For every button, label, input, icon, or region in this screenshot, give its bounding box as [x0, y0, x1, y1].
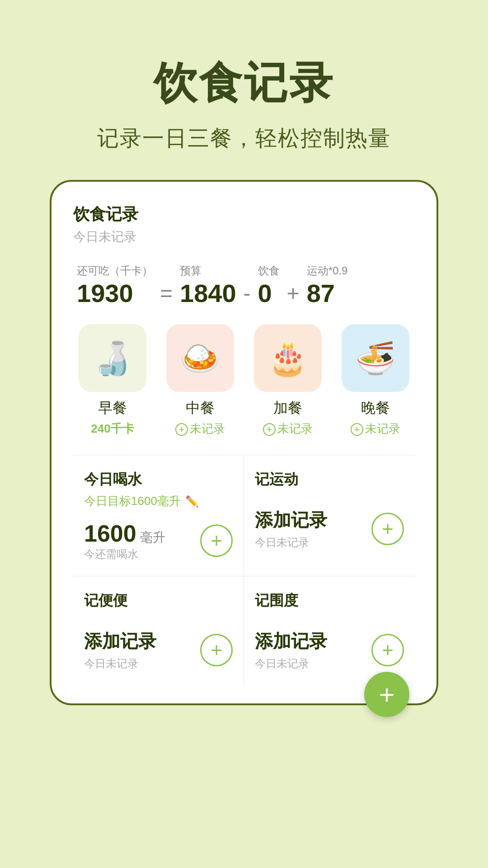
water-sublabel: 今还需喝水: [84, 547, 165, 561]
meal-dinner[interactable]: 🍜 晚餐 +未记录: [336, 324, 415, 437]
dinner-icon-box: 🍜: [342, 324, 409, 392]
lunch-unrecorded: +未记录: [175, 421, 225, 437]
water-value: 1600 毫升: [84, 520, 165, 547]
stool-add-label: 添加记录: [84, 629, 156, 654]
page-title: 饮食记录: [154, 54, 334, 113]
bottom-grid: 今日喝水 今日目标1600毫升 ✏️ 1600 毫升 今还需喝水 + 记运动: [73, 455, 415, 685]
exercise-add-label: 添加记录: [255, 508, 327, 533]
add-stool-button[interactable]: +: [200, 634, 233, 666]
exercise-cell: 记运动 添加记录 今日未记录 +: [244, 455, 415, 576]
stool-cell: 记便便 添加记录 今日未记录 +: [73, 576, 244, 685]
breakfast-calories: 240千卡: [91, 421, 134, 437]
water-goal: 今日目标1600毫升 ✏️: [84, 493, 233, 509]
girth-cell: 记围度 添加记录 今日未记录 +: [244, 576, 415, 685]
water-title: 今日喝水: [84, 470, 233, 490]
girth-add-sub: 今日未记录: [255, 656, 327, 671]
meal-snack[interactable]: 🎂 加餐 +未记录: [249, 324, 327, 437]
water-number: 1600: [84, 520, 136, 547]
exercise-add-sub: 今日未记录: [255, 535, 327, 550]
lunch-plus-icon: +: [175, 423, 188, 436]
water-cell: 今日喝水 今日目标1600毫升 ✏️ 1600 毫升 今还需喝水 +: [73, 455, 244, 576]
food-label: 饮食: [258, 264, 280, 278]
budget-group: 预算 1840: [180, 264, 236, 306]
exercise-add-info: 添加记录 今日未记录: [255, 508, 327, 550]
girth-title: 记围度: [255, 591, 404, 611]
water-amount: 1600 毫升 今还需喝水: [84, 520, 165, 561]
lunch-icon-box: 🍛: [166, 324, 234, 392]
dinner-unrecorded: +未记录: [351, 421, 400, 437]
girth-add-row: 添加记录 今日未记录 +: [255, 629, 404, 671]
add-girth-button[interactable]: +: [371, 634, 404, 666]
add-exercise-button[interactable]: +: [371, 513, 404, 545]
girth-add-label: 添加记录: [255, 629, 327, 654]
snack-unrecorded: +未记录: [263, 421, 313, 437]
remaining-group: 还可吃（千卡） 1930: [77, 264, 153, 306]
meal-lunch[interactable]: 🍛 中餐 +未记录: [161, 324, 239, 437]
minus-operator: -: [244, 283, 251, 306]
remaining-value: 1930: [77, 281, 133, 306]
food-group: 饮食 0: [258, 264, 280, 306]
breakfast-icon-box: 🍶: [79, 324, 146, 392]
card-subtitle: 今日未记录: [73, 228, 415, 245]
eq-operator: =: [160, 283, 173, 306]
remaining-label: 还可吃（千卡）: [77, 264, 153, 278]
exercise-label: 运动*0.9: [307, 264, 348, 278]
card-title: 饮食记录: [73, 203, 415, 226]
stool-add-sub: 今日未记录: [84, 656, 156, 671]
snack-icon-box: 🎂: [254, 324, 322, 392]
plus-operator: +: [287, 283, 300, 306]
water-goal-text: 今日目标1600毫升: [84, 493, 181, 509]
food-value: 0: [258, 281, 272, 306]
budget-label: 预算: [180, 264, 202, 278]
snack-plus-icon: +: [263, 423, 276, 436]
edit-icon[interactable]: ✏️: [185, 495, 199, 508]
stool-add-info: 添加记录 今日未记录: [84, 629, 156, 671]
meals-row: 🍶 早餐 240千卡 🍛 中餐 +未记录 🎂 加餐 +未记录 🍜 晚餐 +未记录: [73, 324, 415, 437]
fab-icon: +: [379, 679, 394, 710]
fab-add-button[interactable]: +: [364, 672, 409, 717]
lunch-name: 中餐: [186, 398, 215, 418]
breakfast-name: 早餐: [98, 398, 127, 418]
exercise-add-row: 添加记录 今日未记录 +: [255, 508, 404, 550]
exercise-group: 运动*0.9 87: [307, 264, 348, 306]
page-subtitle: 记录一日三餐，轻松控制热量: [97, 124, 391, 153]
stool-title: 记便便: [84, 591, 233, 611]
stool-add-row: 添加记录 今日未记录 +: [84, 629, 233, 671]
add-water-button[interactable]: +: [200, 524, 233, 557]
water-unit: 毫升: [140, 529, 165, 546]
main-card: 饮食记录 今日未记录 还可吃（千卡） 1930 = 预算 1840 - 饮食 0…: [50, 180, 438, 705]
meal-breakfast[interactable]: 🍶 早餐 240千卡: [73, 324, 152, 437]
budget-value: 1840: [180, 281, 236, 306]
girth-add-info: 添加记录 今日未记录: [255, 629, 327, 671]
water-amount-row: 1600 毫升 今还需喝水 +: [84, 520, 233, 561]
snack-name: 加餐: [273, 398, 302, 418]
exercise-value: 87: [307, 281, 335, 306]
dinner-name: 晚餐: [361, 398, 390, 418]
exercise-title: 记运动: [255, 470, 404, 490]
dinner-plus-icon: +: [351, 423, 363, 436]
calories-section: 还可吃（千卡） 1930 = 预算 1840 - 饮食 0 + 运动*0.9 8…: [73, 264, 415, 306]
